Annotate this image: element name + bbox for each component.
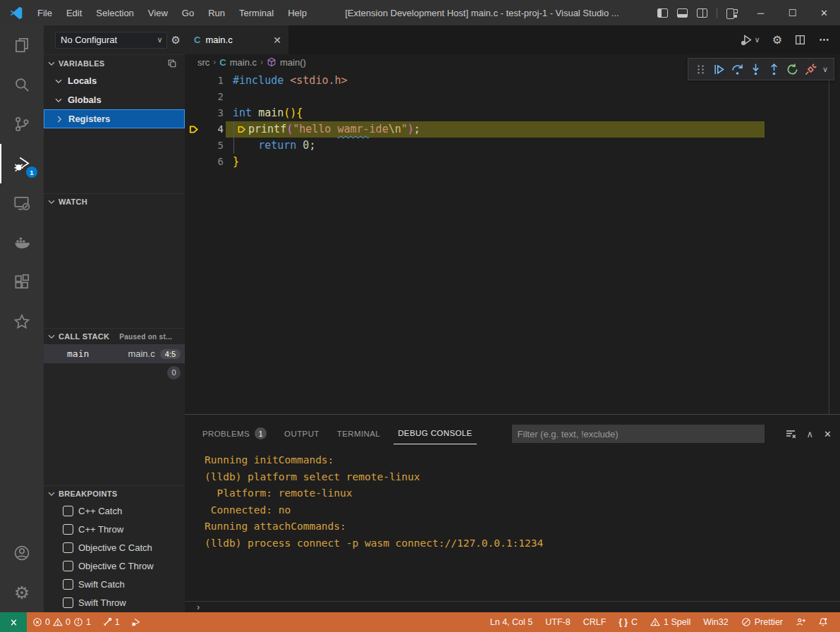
tab-terminal[interactable]: TERMINAL: [333, 424, 384, 444]
ports-status[interactable]: 1: [97, 617, 126, 627]
breakpoint-row[interactable]: Objective C Catch: [44, 538, 185, 557]
more-actions-icon[interactable]: [818, 34, 830, 46]
menu-run[interactable]: Run: [201, 0, 232, 25]
activity-wamr-ide[interactable]: [0, 302, 44, 341]
breadcrumb-symbol[interactable]: main(): [280, 57, 306, 68]
activity-remote-explorer[interactable]: [0, 183, 44, 223]
activity-source-control[interactable]: [0, 104, 44, 144]
close-button[interactable]: ✕: [808, 0, 840, 25]
gutter[interactable]: 3: [185, 105, 233, 121]
code-line-4[interactable]: 4printf("hello wamr-ide\n");: [185, 121, 840, 138]
menu-terminal[interactable]: Terminal: [232, 0, 281, 25]
formatter-status[interactable]: Prettier: [735, 617, 789, 627]
breakpoint-row[interactable]: C++ Throw: [44, 520, 185, 538]
run-or-debug-button[interactable]: ∨: [741, 34, 760, 46]
tab-output[interactable]: OUTPUT: [280, 424, 324, 444]
step-into-button[interactable]: [749, 63, 762, 76]
breakpoint-row[interactable]: Objective C Throw: [44, 557, 185, 575]
open-launch-json-gear-icon[interactable]: ⚙: [171, 34, 181, 47]
menu-help[interactable]: Help: [281, 0, 314, 25]
gutter[interactable]: 2: [185, 89, 233, 105]
customize-layout-icon[interactable]: [726, 8, 738, 18]
maximize-button[interactable]: ☐: [777, 0, 808, 25]
debug-status[interactable]: [126, 617, 147, 627]
menu-go[interactable]: Go: [175, 0, 201, 25]
maximize-panel-icon[interactable]: ∧: [807, 429, 814, 439]
step-out-button[interactable]: [767, 63, 781, 76]
menu-selection[interactable]: Selection: [89, 0, 140, 25]
menu-view[interactable]: View: [141, 0, 175, 25]
menu-edit[interactable]: Edit: [59, 0, 89, 25]
platform-status[interactable]: Win32: [697, 617, 734, 627]
inline-breakpoint-icon[interactable]: [237, 125, 246, 134]
configure-gear-icon[interactable]: ⚙: [772, 33, 782, 47]
spell-checker-status[interactable]: 1 Spell: [644, 617, 697, 627]
breadcrumb-file[interactable]: main.c: [230, 57, 257, 68]
problems-status[interactable]: 0 0 1: [27, 617, 97, 627]
gutter[interactable]: 5: [185, 138, 233, 154]
copy-icon[interactable]: [167, 59, 177, 68]
activity-docker[interactable]: [0, 223, 44, 262]
breakpoint-row[interactable]: Swift Throw: [44, 593, 185, 612]
breadcrumb-src[interactable]: src: [197, 57, 209, 68]
toggle-panel-icon[interactable]: [677, 8, 688, 18]
feedback-button[interactable]: [789, 617, 812, 627]
breakpoints-section-header[interactable]: BREAKPOINTS: [44, 485, 185, 502]
minimize-button[interactable]: ─: [745, 0, 777, 25]
toggle-sidebar-icon[interactable]: [657, 8, 668, 18]
clear-console-icon[interactable]: [785, 428, 796, 439]
variables-section-header[interactable]: VARIABLES: [44, 55, 185, 71]
tab-problems[interactable]: PROBLEMS 1: [198, 422, 271, 446]
restart-button[interactable]: [786, 63, 799, 76]
language-mode[interactable]: { } C: [612, 617, 644, 627]
breakpoint-checkbox[interactable]: [63, 561, 73, 571]
debug-config-dropdown[interactable]: No Configurat ∨: [55, 32, 167, 49]
drag-grip-icon[interactable]: [694, 63, 707, 76]
breakpoint-checkbox[interactable]: [63, 506, 73, 516]
activity-search[interactable]: [0, 65, 44, 104]
close-panel-icon[interactable]: ✕: [824, 429, 832, 439]
activity-settings[interactable]: ⚙: [0, 573, 44, 612]
stack-frame-row[interactable]: main main.c 4:5: [44, 344, 185, 363]
gutter[interactable]: 1: [185, 73, 233, 89]
debug-console-output[interactable]: Running initCommands:(lldb) platform sel…: [185, 451, 840, 601]
breakpoint-row[interactable]: C++ Catch: [44, 502, 185, 520]
eol-sequence[interactable]: CRLF: [577, 617, 613, 627]
remote-indicator[interactable]: [0, 612, 27, 632]
code-editor[interactable]: 1#include <stdio.h>23int main(){4printf(…: [185, 70, 840, 415]
code-line-6[interactable]: 6}: [185, 154, 840, 170]
disconnect-button[interactable]: [804, 63, 817, 76]
activity-account[interactable]: [0, 533, 44, 573]
step-over-button[interactable]: [731, 63, 744, 76]
encoding[interactable]: UTF-8: [539, 617, 576, 627]
editor-scrollbar[interactable]: [829, 70, 829, 414]
scope-globals[interactable]: Globals: [44, 90, 185, 109]
tab-close-icon[interactable]: ✕: [273, 35, 281, 46]
call-stack-section-header[interactable]: CALL STACK Paused on st...: [44, 328, 185, 344]
tab-main-c[interactable]: C main.c ✕: [185, 25, 288, 54]
breakpoint-checkbox[interactable]: [63, 597, 73, 608]
activity-extensions[interactable]: [0, 262, 44, 302]
scope-registers[interactable]: Registers: [44, 109, 185, 128]
split-editor-icon[interactable]: [794, 34, 806, 46]
gutter[interactable]: 4: [185, 121, 233, 138]
gutter[interactable]: 6: [185, 154, 233, 170]
breakpoint-checkbox[interactable]: [63, 542, 73, 553]
continue-button[interactable]: [712, 63, 726, 76]
toggle-secondary-sidebar-icon[interactable]: [697, 8, 707, 18]
chevron-down-icon[interactable]: ∨: [822, 65, 828, 74]
menu-file[interactable]: File: [30, 0, 59, 25]
breakpoint-row[interactable]: Swift Catch: [44, 575, 185, 593]
code-line-3[interactable]: 3int main(){: [185, 105, 840, 121]
console-filter-input[interactable]: [512, 425, 765, 443]
tab-debug-console[interactable]: DEBUG CONSOLE: [394, 423, 477, 444]
activity-explorer[interactable]: [0, 25, 44, 65]
cursor-position[interactable]: Ln 4, Col 5: [484, 617, 539, 627]
scope-locals[interactable]: Locals: [44, 71, 185, 90]
breakpoint-checkbox[interactable]: [63, 579, 73, 590]
breakpoint-checkbox[interactable]: [63, 524, 73, 535]
code-line-2[interactable]: 2: [185, 89, 840, 105]
code-line-5[interactable]: 5 return 0;: [185, 138, 840, 154]
notifications-button[interactable]: [812, 617, 834, 627]
activity-run-and-debug[interactable]: 1: [0, 144, 44, 183]
